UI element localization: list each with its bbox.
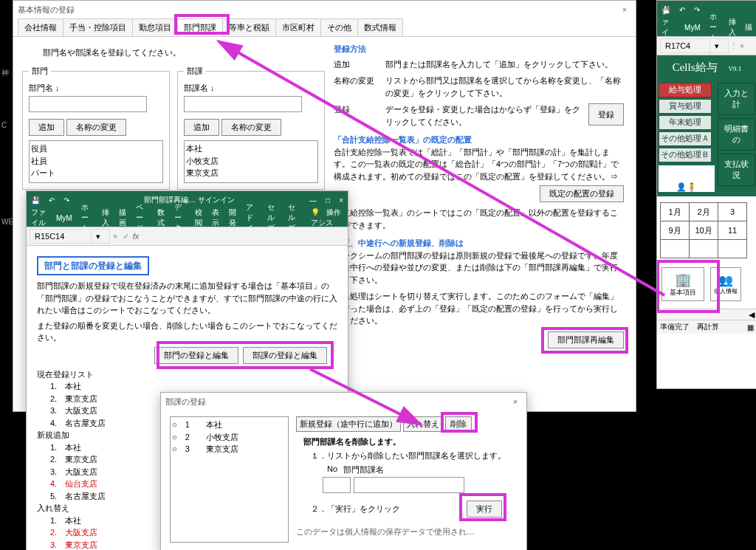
- register-button[interactable]: 登録: [588, 103, 624, 126]
- menu-item[interactable]: 数式: [153, 207, 170, 228]
- month-cell[interactable]: 3: [718, 203, 747, 221]
- view-icon[interactable]: ▦: [747, 323, 754, 331]
- dept-edit-button[interactable]: 部門の登録と編集: [154, 347, 238, 364]
- menu-item[interactable]: MyM: [680, 24, 705, 32]
- menu-item[interactable]: 開発: [224, 207, 241, 228]
- tab-allowance[interactable]: 手当・控除項目: [63, 18, 133, 36]
- dept-list[interactable]: 役員 社員 パート: [29, 140, 163, 183]
- name-box-drop[interactable]: ▾: [710, 38, 729, 53]
- redo-icon[interactable]: ↷: [59, 196, 74, 204]
- tell-me[interactable]: 💡 操作アシス: [305, 207, 348, 228]
- month-cell[interactable]: 1月: [661, 203, 690, 221]
- month-cell[interactable]: 9月: [661, 221, 690, 240]
- mode-bonus[interactable]: 賞与処理: [659, 99, 712, 114]
- basic-items-icon[interactable]: 🏢 基本項目: [662, 267, 704, 301]
- menu-item[interactable]: アドイ: [241, 202, 263, 233]
- heading-placement: 「合計支給控除一覧表」の既定の配置: [334, 134, 624, 146]
- menu-item[interactable]: 挿入: [97, 207, 114, 228]
- clipart: 👤🧍: [659, 165, 715, 192]
- undo-icon[interactable]: ↶: [44, 196, 59, 204]
- tab-dept[interactable]: 部門部課: [177, 18, 223, 36]
- month-cell[interactable]: [718, 240, 747, 258]
- sect-input[interactable]: [184, 96, 302, 112]
- gbtn-pay[interactable]: 支払状況: [718, 154, 755, 186]
- dept-rename-button[interactable]: 名称の変更: [66, 119, 126, 136]
- sect-edit-button[interactable]: 部課の登録と編集: [243, 347, 327, 364]
- sect-add-button[interactable]: 追加: [184, 119, 219, 136]
- fx-icon[interactable]: fx: [131, 232, 141, 241]
- menu-item[interactable]: 描画: [114, 207, 131, 228]
- tab-city[interactable]: 市区町村: [275, 18, 321, 36]
- new-mid-button[interactable]: 新規登録（途中行に追加）: [296, 416, 401, 432]
- reedit-button[interactable]: 部門部課再編集: [548, 331, 624, 348]
- label-add: 追加: [334, 58, 378, 71]
- excel-main-window: 💾 ↶ ↷ ファイル MyM ホーム 挿入 描 R17C4 ▾ ⋮ × Cell…: [656, 0, 756, 389]
- formula-input[interactable]: [144, 230, 345, 243]
- menu-item[interactable]: ファイル: [27, 207, 52, 228]
- cancel-icon[interactable]: ×: [738, 41, 746, 50]
- window-close-icon[interactable]: ×: [334, 196, 348, 204]
- menu-item[interactable]: 校閲: [190, 207, 207, 228]
- month-cell[interactable]: [661, 240, 690, 258]
- menu-item[interactable]: データ: [170, 202, 191, 233]
- list-item[interactable]: パート: [31, 167, 161, 179]
- desc-reg: データを登録・変更した場合はかならず「登録」をクリックしてください。: [385, 103, 581, 128]
- close-icon[interactable]: ×: [618, 5, 631, 14]
- name-box[interactable]: R17C4: [660, 38, 710, 53]
- tab-attendance[interactable]: 勤怠項目: [132, 18, 178, 36]
- tab-company[interactable]: 会社情報: [18, 18, 63, 36]
- enter-icon[interactable]: ✓: [120, 232, 131, 241]
- sect-reg-list[interactable]: ○ 1 本社 ○ 2 小牧支店 ○ 3 東京支店: [170, 416, 289, 543]
- save-icon[interactable]: 💾: [27, 196, 44, 204]
- scroll-left-icon[interactable]: ◀: [746, 310, 756, 320]
- menu-item[interactable]: セルズ: [263, 202, 284, 233]
- name-box-drop[interactable]: ▾: [92, 229, 110, 244]
- sub-heading: 部門部課名を削除します。: [303, 436, 518, 447]
- list-item[interactable]: 東京支店: [186, 167, 316, 179]
- name-box[interactable]: R15C14: [30, 229, 92, 244]
- formula-bar: R17C4 ▾ ⋮ ×: [657, 36, 756, 55]
- run-button[interactable]: 実行: [467, 501, 502, 518]
- mode-salary[interactable]: 給与処理: [659, 83, 712, 97]
- window-min-icon[interactable]: —: [305, 196, 321, 204]
- list-item[interactable]: 役員: [31, 142, 161, 155]
- close-icon[interactable]: ×: [509, 397, 522, 406]
- dept-input[interactable]: [29, 96, 147, 112]
- delete-button[interactable]: 削除: [445, 416, 472, 432]
- tab-other[interactable]: その他: [320, 18, 358, 36]
- tab-formula[interactable]: 数式情報: [357, 18, 403, 36]
- list-item[interactable]: 小牧支店: [186, 155, 316, 168]
- month-cell[interactable]: 2月: [690, 203, 718, 221]
- gbtn-input[interactable]: 入力と計: [718, 83, 755, 115]
- month-cell[interactable]: 11: [718, 221, 747, 240]
- gbtn-detail[interactable]: 明細書の: [718, 118, 755, 151]
- menu-item[interactable]: MyM: [52, 214, 77, 222]
- window-max-icon[interactable]: □: [321, 196, 334, 204]
- menu-item[interactable]: ページ: [131, 202, 153, 233]
- col-no: No: [327, 464, 337, 475]
- no-input[interactable]: [323, 477, 351, 493]
- mode-other-b[interactable]: その他処理Ｂ: [659, 148, 712, 162]
- dept-add-button[interactable]: 追加: [29, 119, 64, 136]
- personal-info-icon[interactable]: 👥 個人情報: [710, 267, 741, 301]
- mode-yearend[interactable]: 年末処理: [659, 115, 712, 130]
- sect-list[interactable]: 本社 小牧支店 東京支店: [184, 140, 318, 183]
- cancel-icon[interactable]: ×: [110, 232, 120, 241]
- tab-rate[interactable]: 等率と税額: [222, 18, 276, 36]
- menu-item[interactable]: 表示: [207, 207, 224, 228]
- name-input[interactable]: [354, 477, 464, 493]
- step2: ２．「実行」をクリック: [311, 503, 400, 515]
- mode-other-a[interactable]: その他処理Ａ: [659, 131, 712, 146]
- month-cell[interactable]: 10月: [690, 221, 718, 240]
- redo-icon[interactable]: ↷: [690, 6, 704, 14]
- desktop-label: 神: [1, 68, 9, 78]
- sect-rename-button[interactable]: 名称の変更: [221, 119, 281, 136]
- menu-item[interactable]: 描: [740, 22, 756, 32]
- list-item[interactable]: 本社: [186, 142, 316, 155]
- placement-button[interactable]: 既定の配置の登録: [540, 185, 624, 202]
- menu-item[interactable]: 挿入: [724, 17, 740, 38]
- menu-item[interactable]: セルズ: [284, 202, 305, 233]
- month-cell[interactable]: [690, 240, 718, 258]
- swap-button[interactable]: 入れ替え: [403, 416, 443, 432]
- list-item[interactable]: 社員: [31, 155, 161, 168]
